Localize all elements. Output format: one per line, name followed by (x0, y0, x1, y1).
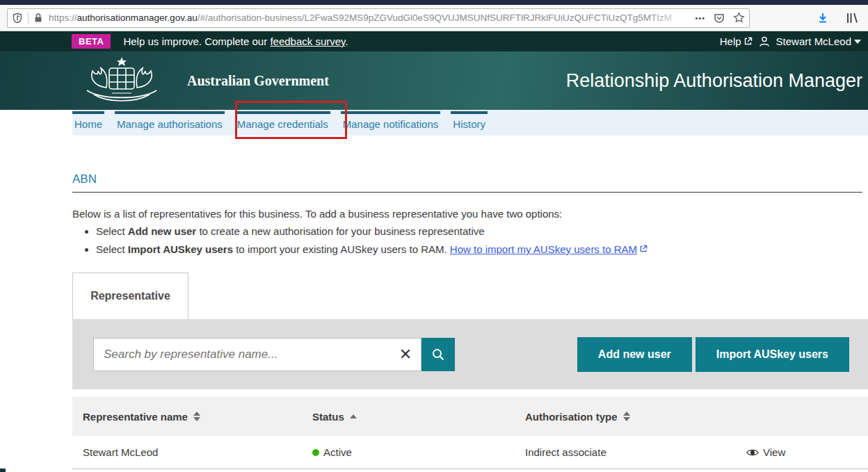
nav-item-history[interactable]: History (451, 111, 488, 130)
section-divider (72, 192, 862, 193)
page-title: ABN (72, 172, 862, 192)
feedback-survey-link[interactable]: feedback survey (270, 35, 345, 47)
table-header-row: Representative name Status Authorisation… (72, 397, 868, 436)
external-link-icon (744, 37, 753, 46)
bookmark-star-icon[interactable] (733, 12, 745, 24)
urlbar-divider (28, 12, 29, 24)
beta-banner: BETA Help us improve. Complete our feedb… (0, 31, 868, 51)
cell-status: Active (302, 446, 515, 458)
intro-text: Below is a list of representatives for t… (72, 208, 862, 220)
sort-asc-icon[interactable] (350, 414, 357, 418)
app-title: Relationship Authorisation Manager (566, 70, 862, 92)
primary-nav: Home Manage authorisations Manage creden… (0, 110, 868, 136)
chevron-down-icon (854, 40, 861, 44)
download-icon[interactable] (817, 12, 829, 24)
search-icon (431, 348, 445, 361)
column-header-authorisation-type[interactable]: Authorisation type (515, 411, 736, 423)
options-list: Select Add new user to create a new auth… (96, 225, 862, 255)
eye-icon (746, 448, 759, 457)
user-menu[interactable]: Stewart McLeod (776, 35, 861, 47)
government-label: Australian Government (187, 73, 329, 89)
nav-item-manage-notifications[interactable]: Manage notifications (341, 111, 441, 130)
tracking-shield-icon[interactable] (12, 13, 23, 24)
pocket-icon[interactable] (714, 13, 725, 24)
list-item: Select Add new user to create a new auth… (96, 225, 862, 237)
search-actions-band: ✕ Add new user Import AUSkey users (72, 319, 868, 389)
representatives-table: Representative name Status Authorisation… (72, 397, 868, 469)
browser-toolbar: https://authorisationmanager.gov.au/#/au… (0, 5, 868, 31)
search-button[interactable] (421, 338, 455, 371)
search-input[interactable] (94, 339, 390, 371)
nav-item-manage-authorisations[interactable]: Manage authorisations (115, 111, 225, 130)
lock-icon[interactable] (33, 13, 43, 23)
help-link[interactable]: Help (720, 35, 753, 47)
screen-edge-artifact (0, 469, 6, 472)
cell-representative-name: Stewart McLeod (72, 446, 302, 458)
beta-message: Help us improve. Complete our feedback s… (123, 35, 348, 47)
column-header-status[interactable]: Status (302, 411, 515, 423)
view-action[interactable]: View (736, 446, 868, 458)
site-header: Australian Government Relationship Autho… (0, 51, 868, 110)
sort-icon[interactable] (193, 412, 200, 421)
add-new-user-button[interactable]: Add new user (577, 337, 692, 372)
browser-tab-strip (0, 0, 868, 5)
nav-item-home[interactable]: Home (72, 111, 104, 130)
library-icon[interactable] (846, 12, 858, 24)
external-link-icon (639, 245, 648, 253)
list-item: Select Import AUSkey users to import you… (96, 243, 862, 255)
url-bar[interactable]: https://authorisationmanager.gov.au/#/au… (7, 8, 750, 28)
cell-authorisation-type: Indirect associate (515, 446, 736, 458)
status-active-dot (312, 449, 319, 456)
beta-badge: BETA (72, 34, 111, 49)
tab-representative[interactable]: Representative (72, 272, 188, 319)
sort-icon[interactable] (623, 412, 630, 421)
table-row: Stewart McLeod Active Indirect associate… (72, 436, 868, 469)
coat-of-arms-icon (66, 54, 177, 107)
url-text[interactable]: https://authorisationmanager.gov.au/#/au… (49, 13, 689, 23)
user-icon (758, 35, 771, 48)
nav-item-manage-credentials[interactable]: Manage credentials (235, 111, 330, 130)
clear-search-icon[interactable]: ✕ (390, 339, 421, 371)
australian-government-crest (66, 54, 177, 107)
import-auskey-users-button[interactable]: Import AUSkey users (696, 337, 849, 372)
column-header-representative-name[interactable]: Representative name (72, 411, 302, 423)
import-auskey-help-link[interactable]: How to import my AUSkey users to RAM (450, 243, 637, 255)
page-actions-icon[interactable]: ••• (695, 14, 705, 22)
